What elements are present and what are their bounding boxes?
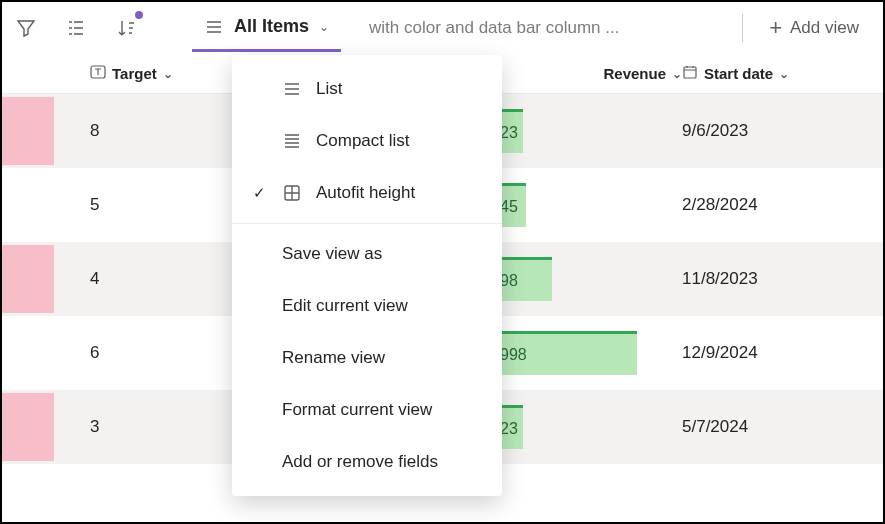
target-value: 8 — [90, 121, 99, 140]
add-view-button[interactable]: + Add view — [769, 17, 875, 39]
autofit-icon — [282, 184, 302, 202]
color-chip — [2, 171, 54, 239]
chevron-down-icon: ⌄ — [163, 67, 173, 81]
menu-item-save-as[interactable]: Save view as — [232, 228, 502, 280]
text-column-icon — [90, 64, 106, 83]
target-value: 5 — [90, 195, 99, 214]
chevron-down-icon: ⌄ — [672, 67, 682, 81]
view-switcher[interactable]: All Items ⌄ — [192, 4, 341, 52]
column-header-start-date[interactable]: Start date ⌄ — [682, 64, 882, 83]
list-icon — [204, 17, 224, 37]
menu-item-edit-current[interactable]: Edit current view — [232, 280, 502, 332]
date-value: 11/8/2023 — [682, 269, 758, 288]
color-chip — [2, 319, 54, 387]
column-label: Start date — [704, 65, 773, 82]
date-value: 5/7/2024 — [682, 417, 748, 436]
chevron-down-icon: ⌄ — [319, 20, 329, 34]
view-description: with color and data bar column ... — [369, 18, 716, 38]
list-icon — [282, 80, 302, 98]
menu-item-format[interactable]: Format current view — [232, 384, 502, 436]
compact-list-icon — [282, 132, 302, 150]
group-icon[interactable] — [60, 12, 92, 44]
check-icon: ✓ — [250, 184, 268, 202]
target-value: 3 — [90, 417, 99, 436]
revenue-bar: 45 — [492, 183, 662, 227]
revenue-bar: 23 — [492, 109, 662, 153]
target-value: 4 — [90, 269, 99, 288]
column-label: Target — [112, 65, 157, 82]
menu-label: Format current view — [282, 400, 432, 420]
color-chip — [2, 245, 54, 313]
menu-label: Compact list — [316, 131, 410, 151]
menu-item-compact[interactable]: Compact list — [232, 115, 502, 167]
toolbar: All Items ⌄ with color and data bar colu… — [2, 2, 883, 54]
chevron-down-icon: ⌄ — [779, 67, 789, 81]
menu-item-list[interactable]: List — [232, 63, 502, 115]
calendar-icon — [682, 64, 698, 83]
menu-item-rename[interactable]: Rename view — [232, 332, 502, 384]
view-label: All Items — [234, 16, 309, 37]
menu-label: Edit current view — [282, 296, 408, 316]
menu-item-autofit[interactable]: ✓ Autofit height — [232, 167, 502, 219]
add-view-label: Add view — [790, 18, 859, 38]
revenue-bar: 998 — [492, 331, 662, 375]
view-menu: List Compact list ✓ Autofit height Save … — [232, 55, 502, 496]
date-value: 12/9/2024 — [682, 343, 758, 362]
plus-icon: + — [769, 17, 782, 39]
filter-icon[interactable] — [10, 12, 42, 44]
menu-label: List — [316, 79, 342, 99]
menu-label: Add or remove fields — [282, 452, 438, 472]
svg-rect-1 — [684, 67, 696, 78]
menu-label: Autofit height — [316, 183, 415, 203]
color-chip — [2, 97, 54, 165]
column-label: Revenue — [603, 65, 666, 82]
sort-icon[interactable] — [110, 12, 142, 44]
date-value: 2/28/2024 — [682, 195, 758, 214]
divider — [742, 14, 743, 42]
menu-label: Rename view — [282, 348, 385, 368]
revenue-bar: 98 — [492, 257, 662, 301]
column-header-revenue[interactable]: Revenue ⌄ — [492, 65, 682, 82]
menu-label: Save view as — [282, 244, 382, 264]
revenue-bar: 23 — [492, 405, 662, 449]
target-value: 6 — [90, 343, 99, 362]
menu-separator — [232, 223, 502, 224]
menu-item-fields[interactable]: Add or remove fields — [232, 436, 502, 488]
date-value: 9/6/2023 — [682, 121, 748, 140]
color-chip — [2, 393, 54, 461]
